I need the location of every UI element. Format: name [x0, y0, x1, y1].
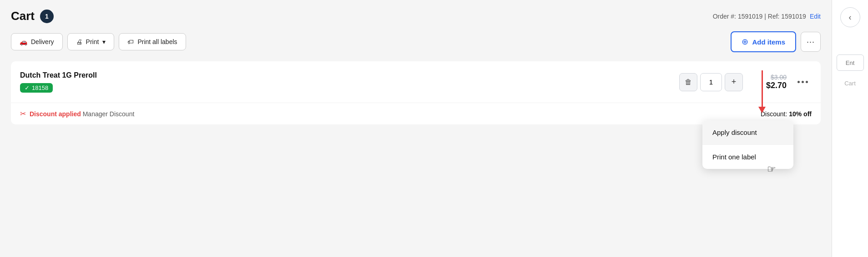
current-price: $2.70: [750, 81, 787, 90]
print-all-labels-button[interactable]: 🏷 Print all labels: [119, 33, 186, 50]
delete-button[interactable]: 🗑: [679, 73, 697, 91]
cart-header: Cart 1 Order #: 1591019 | Ref: 1591019 E…: [11, 9, 821, 23]
more-options-button[interactable]: ···: [801, 32, 821, 52]
plus-circle-icon: ⊕: [742, 37, 748, 47]
order-info: Order #: 1591019 | Ref: 1591019: [713, 13, 806, 20]
more-dots-icon: ···: [807, 37, 815, 47]
discount-name-text: Manager Discount: [83, 110, 135, 118]
item-id: 18158: [32, 84, 48, 91]
apply-discount-item[interactable]: Apply discount: [702, 120, 793, 145]
print-button[interactable]: 🖨 Print ▾: [67, 33, 115, 50]
check-icon: ✓: [25, 84, 30, 91]
item-badge: ✓ 18158: [20, 83, 53, 93]
horizontal-dots-icon: [797, 81, 808, 83]
discount-value-text: 10% off: [789, 110, 812, 118]
item-name: Dutch Treat 1G Preroll: [20, 71, 672, 79]
delivery-button[interactable]: 🚗 Delivery: [11, 33, 63, 50]
chevron-down-icon: ▾: [102, 38, 106, 45]
cart-title: Cart: [11, 9, 35, 23]
qty-controls: 🗑 1 +: [679, 73, 743, 91]
toolbar: 🚗 Delivery 🖨 Print ▾ 🏷 Print all labels …: [11, 31, 821, 52]
delivery-label: Delivery: [31, 38, 54, 45]
cart-badge: 1: [40, 10, 54, 23]
header-right: Order #: 1591019 | Ref: 1591019 Edit: [713, 13, 821, 20]
plus-icon: +: [732, 77, 737, 87]
chevron-left-icon: ‹: [849, 13, 852, 22]
increment-button[interactable]: +: [725, 73, 743, 91]
back-button[interactable]: ‹: [840, 7, 860, 27]
right-panel-search-input[interactable]: [837, 54, 864, 71]
print-label: Print: [86, 38, 99, 45]
discount-amount: Discount: 10% off: [761, 110, 812, 118]
cart-card: Dutch Treat 1G Preroll ✓ 18158 🗑 1 + $3.…: [11, 61, 821, 124]
quantity-display: 1: [700, 73, 722, 91]
discount-amount-label: Discount:: [761, 110, 787, 118]
print-all-labels-label: Print all labels: [137, 38, 177, 45]
discount-row: ✂ Discount applied Manager Discount Disc…: [11, 103, 821, 124]
scissors-icon: ✂: [20, 109, 26, 118]
original-price: $3.00: [750, 74, 787, 81]
trash-icon: 🗑: [685, 78, 692, 86]
header-left: Cart 1: [11, 9, 54, 23]
dropdown-menu: Apply discount Print one label: [702, 120, 793, 169]
label-icon: 🏷: [127, 38, 134, 45]
right-panel-cart-label: Cart: [844, 80, 856, 87]
item-more-button[interactable]: [794, 79, 812, 85]
delivery-icon: 🚗: [20, 38, 27, 45]
cart-item-row: Dutch Treat 1G Preroll ✓ 18158 🗑 1 + $3.…: [11, 61, 821, 103]
discount-text: Discount applied Manager Discount: [30, 110, 757, 118]
discount-applied-label: Discount applied: [30, 110, 81, 118]
right-panel: ‹ Cart: [832, 0, 868, 257]
print-icon: 🖨: [76, 38, 82, 45]
item-info: Dutch Treat 1G Preroll ✓ 18158: [20, 71, 672, 93]
add-items-button[interactable]: ⊕ Add items: [731, 31, 796, 52]
print-one-label-item[interactable]: Print one label: [702, 145, 793, 169]
add-items-label: Add items: [752, 38, 785, 46]
edit-link[interactable]: Edit: [810, 13, 821, 20]
price-block: $3.00 $2.70: [750, 74, 787, 90]
